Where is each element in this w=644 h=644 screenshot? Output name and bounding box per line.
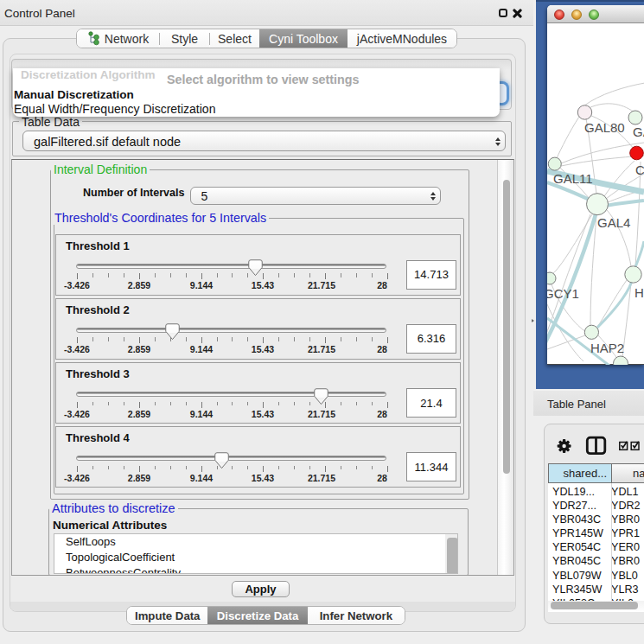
svg-text:GAL4: GAL4 [597, 215, 630, 230]
svg-text:GCY1: GCY1 [547, 286, 579, 301]
svg-text:GAL80: GAL80 [584, 120, 625, 135]
svg-text:C: C [635, 163, 644, 177]
svg-text:H: H [634, 285, 644, 300]
svg-text:GA: GA [633, 124, 644, 139]
svg-text:HAP2: HAP2 [590, 341, 624, 355]
svg-text:GAL11: GAL11 [553, 171, 593, 186]
